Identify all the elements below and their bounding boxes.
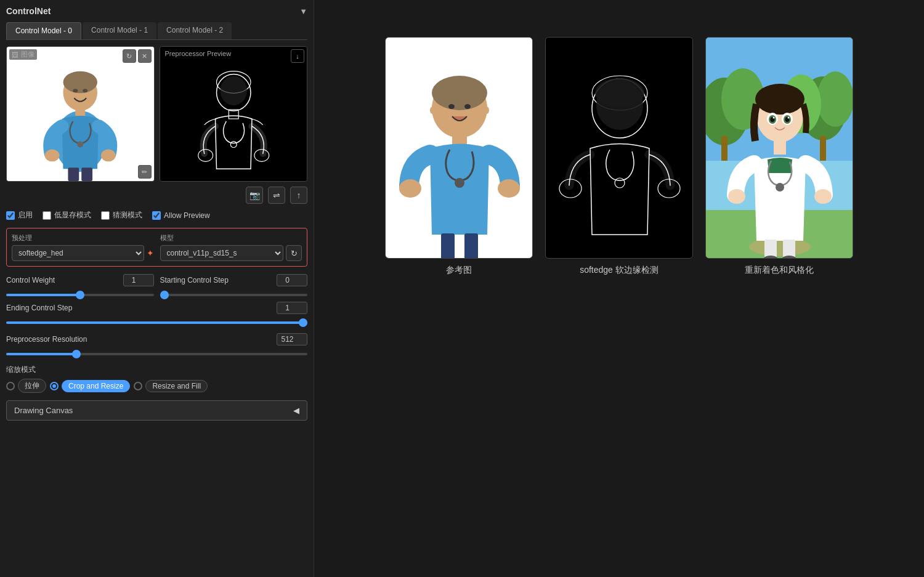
svg-rect-11: [81, 167, 92, 181]
preprocessor-res-container: Preprocessor Resolution: [6, 333, 307, 357]
model-row: 预处理 softedge_hed ✦ 模型 control_v11p_sd15_…: [12, 233, 302, 261]
model-label: 模型: [160, 233, 302, 243]
zoom-option-resize-fill-label: Resize and Fill: [145, 380, 208, 392]
camera-button[interactable]: 📷: [246, 187, 263, 204]
svg-point-23: [430, 107, 435, 114]
svg-point-5: [83, 89, 87, 92]
source-image-display: [7, 47, 154, 181]
close-source-button[interactable]: ✕: [138, 49, 152, 63]
preprocessor-preview-box: Preprocessor Preview ↓: [160, 46, 308, 182]
starting-step-input[interactable]: [277, 274, 307, 286]
source-image-box: 🖼 图像 ↻ ✕ ✏: [6, 46, 155, 182]
zoom-option-resize-fill[interactable]: Resize and Fill: [134, 379, 208, 393]
panel-header: ControlNet ▼: [6, 6, 307, 16]
panel-collapse-arrow[interactable]: ▼: [299, 7, 307, 16]
svg-rect-62: [774, 141, 786, 155]
svg-point-19: [220, 76, 247, 106]
nurse-photo-svg: [7, 47, 154, 181]
starting-step-label: Starting Control Step: [160, 276, 240, 284]
preprocessor-preview-controls: ↓: [291, 49, 304, 63]
zoom-radio-stretch: [6, 382, 15, 390]
zoom-radio-resize-fill: [134, 382, 142, 390]
preprocessor-label: 预处理: [12, 233, 154, 243]
svg-rect-49: [820, 136, 826, 161]
starting-step-slider[interactable]: [160, 294, 308, 296]
model-select-row: control_v11p_sd15_s ↻: [160, 245, 302, 261]
svg-rect-33: [546, 38, 693, 259]
svg-point-28: [399, 179, 421, 198]
preprocessor-res-slider[interactable]: [6, 353, 307, 355]
control-weight-slider[interactable]: [6, 294, 154, 296]
svg-rect-12: [179, 47, 288, 181]
action-buttons-row: 📷 ⇌ ↑: [6, 187, 307, 204]
output-image-col-2: 重新着色和风格化: [705, 37, 853, 276]
fire-icon: ✦: [147, 248, 154, 258]
svg-rect-31: [441, 233, 455, 259]
source-image-controls: ↻ ✕: [123, 49, 152, 63]
svg-rect-10: [68, 167, 79, 181]
ending-step-input[interactable]: [277, 302, 307, 314]
svg-point-30: [455, 178, 464, 188]
image-icon: 🖼: [12, 51, 18, 59]
drawing-canvas-row[interactable]: Drawing Canvas ◀: [6, 400, 307, 421]
refresh-source-button[interactable]: ↻: [123, 49, 136, 63]
svg-point-46: [817, 71, 853, 127]
svg-point-61: [788, 117, 790, 119]
svg-point-7: [45, 149, 60, 161]
output-images: 参考图: [385, 37, 853, 276]
control-weight-input[interactable]: [123, 274, 154, 286]
panel-title: ControlNet: [6, 6, 51, 16]
ending-step-container: Ending Control Step: [6, 302, 307, 326]
preprocessor-preview-label: Preprocessor Preview: [163, 49, 234, 58]
control-weight-label: Control Weight: [6, 276, 86, 284]
svg-point-63: [728, 189, 745, 204]
ending-step-label: Ending Control Step: [6, 304, 86, 312]
low-vram-checkbox-input[interactable]: [43, 211, 51, 220]
preprocessor-res-label: Preprocessor Resolution: [6, 335, 87, 344]
svg-point-65: [776, 183, 784, 192]
preprocessor-res-input[interactable]: [277, 333, 307, 345]
svg-rect-48: [721, 136, 727, 161]
tab-control-model-2[interactable]: Control Model - 2: [158, 22, 232, 39]
svg-point-4: [73, 89, 78, 92]
tab-control-model-0[interactable]: Control Model - 0: [6, 22, 81, 39]
ending-step-header: Ending Control Step: [6, 302, 307, 314]
tab-control-model-1[interactable]: Control Model - 1: [83, 22, 156, 39]
drawing-canvas-arrow: ◀: [293, 406, 299, 415]
output-image-box-0: [385, 37, 533, 259]
edge-detect-svg: [160, 47, 307, 181]
guess-mode-checkbox[interactable]: 猜测模式: [101, 210, 142, 220]
svg-point-60: [773, 117, 775, 119]
allow-preview-checkbox[interactable]: Allow Preview: [152, 211, 210, 220]
svg-point-64: [814, 189, 832, 204]
preprocessor-col: 预处理 softedge_hed ✦: [12, 233, 154, 261]
allow-preview-checkbox-input[interactable]: [152, 211, 161, 220]
swap-button[interactable]: ⇌: [268, 187, 285, 204]
preprocessor-select[interactable]: softedge_hed: [12, 245, 144, 261]
output-caption-1: softedge 软边缘检测: [580, 265, 659, 276]
model-refresh-button[interactable]: ↻: [286, 245, 302, 261]
ending-step-slider[interactable]: [6, 321, 307, 324]
enable-checkbox-input[interactable]: [6, 211, 15, 220]
svg-point-22: [432, 76, 487, 110]
image-row: 🖼 图像 ↻ ✕ ✏: [6, 46, 307, 182]
low-vram-checkbox[interactable]: 低显存模式: [43, 210, 91, 220]
guess-mode-checkbox-input[interactable]: [101, 211, 110, 220]
upload-button[interactable]: ↑: [290, 187, 307, 204]
dual-slider-row: Control Weight Starting Control Step: [6, 274, 307, 298]
model-select[interactable]: control_v11p_sd15_s: [160, 245, 284, 261]
main-layout: ControlNet ▼ Control Model - 0 Control M…: [0, 0, 924, 577]
output-image-box-1: [545, 37, 693, 259]
pencil-button[interactable]: ✏: [138, 165, 152, 179]
download-preview-button[interactable]: ↓: [291, 49, 304, 63]
zoom-option-stretch[interactable]: 拉伸: [6, 379, 46, 393]
checkbox-row: 启用 低显存模式 猜测模式 Allow Preview: [6, 210, 307, 220]
zoom-options: 拉伸 Crop and Resize Resize and Fill: [6, 379, 307, 393]
control-weight-col: Control Weight: [6, 274, 154, 298]
starting-step-header: Starting Control Step: [160, 274, 308, 286]
output-styled-svg: [706, 38, 853, 259]
svg-rect-32: [464, 233, 478, 259]
enable-checkbox[interactable]: 启用: [6, 210, 33, 220]
zoom-mode-label: 缩放模式: [6, 365, 307, 375]
zoom-option-crop-resize[interactable]: Crop and Resize: [50, 379, 130, 393]
